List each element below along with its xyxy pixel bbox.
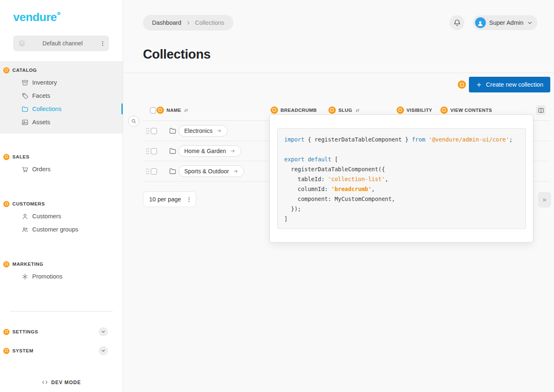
column-label-visibility: VISIBILITY [407, 108, 432, 113]
create-button-label: Create new collection [486, 81, 543, 88]
section-title-catalog: CATALOG [12, 68, 37, 73]
channel-label: Default channel [29, 40, 96, 47]
sort-icon[interactable] [183, 108, 189, 113]
notifications-button[interactable] [449, 15, 464, 30]
collection-link[interactable]: Electronics [178, 125, 228, 137]
main-content: Dashboard Collections Super Admin Collec… [123, 0, 554, 392]
dev-badge-create-button-icon[interactable] [458, 80, 466, 89]
kebab-icon[interactable] [100, 40, 106, 47]
column-label-breadcrumb: BREADCRUMB [281, 108, 317, 113]
dev-badge-column-visibility-icon[interactable] [397, 106, 404, 114]
dev-badge-customers-icon[interactable] [3, 201, 10, 207]
create-new-collection-button[interactable]: Create new collection [469, 77, 550, 92]
kebab-icon [186, 196, 192, 203]
columns-icon [538, 107, 544, 113]
sidebar-item-customer-groups[interactable]: Customer groups [0, 223, 123, 236]
inventory-icon [21, 79, 29, 86]
section-header-marketing: MARKETING [0, 258, 123, 270]
dev-mode-toggle[interactable]: DEV MODE [0, 379, 123, 385]
dev-badge-marketing-icon[interactable] [3, 261, 10, 267]
arrow-right-icon [233, 168, 238, 174]
sidebar-divider [10, 311, 113, 312]
sidebar-item-label: Orders [32, 166, 50, 172]
sidebar-item-promotions[interactable]: Promotions [0, 270, 123, 283]
arrow-right-icon [230, 148, 235, 154]
per-page-select[interactable]: 10 per page [143, 191, 196, 207]
user-name: Super Admin [489, 19, 523, 26]
dev-badge-column-slug-icon[interactable] [328, 106, 336, 114]
section-title-marketing: MARKETING [12, 262, 43, 267]
sidebar-item-collections[interactable]: Collections [0, 102, 123, 116]
sidebar-item-label: Customer groups [32, 226, 78, 233]
pagination-next-button[interactable]: » [538, 192, 551, 208]
collection-link[interactable]: Home & Garden [178, 145, 241, 157]
collection-link[interactable]: Sports & Outdoor [178, 165, 244, 177]
drag-handle[interactable] [145, 128, 150, 135]
nav-section-marketing: MARKETING Promotions [0, 255, 123, 288]
row-checkbox[interactable] [151, 148, 157, 154]
divider [123, 73, 554, 73]
cart-icon [21, 166, 29, 173]
collection-name: Sports & Outdoor [184, 168, 229, 175]
chevron-down-icon[interactable] [99, 346, 108, 355]
nav-section-customers: CUSTOMERS Customers Customer groups [0, 195, 123, 241]
user-menu-button[interactable]: Super Admin [473, 15, 537, 30]
column-label-name: NAME [166, 108, 181, 113]
column-header-name: NAME [157, 106, 189, 114]
dev-badge-catalog-icon[interactable] [3, 67, 10, 73]
image-icon [21, 119, 29, 126]
sidebar-item-label: Inventory [32, 79, 57, 86]
row-checkbox[interactable] [151, 168, 157, 175]
column-header-visibility: VISIBILITY [397, 106, 432, 114]
users-icon [21, 226, 29, 233]
search-button[interactable] [128, 116, 139, 127]
sidebar-item-inventory[interactable]: Inventory [0, 76, 123, 89]
column-header-view-contents: VIEW CONTENTS [440, 106, 492, 114]
collection-name: Electronics [184, 128, 212, 134]
sidebar-item-settings[interactable]: SETTINGS [0, 326, 123, 338]
sidebar-item-facets[interactable]: Facets [0, 89, 123, 102]
channel-selector[interactable]: Default channel [13, 35, 109, 51]
sidebar-item-customers[interactable]: Customers [0, 210, 123, 223]
breadcrumb-current: Collections [195, 19, 224, 26]
chevron-down-icon[interactable] [99, 327, 108, 336]
code-block: import { registerDataTableComponent } fr… [277, 128, 526, 229]
sidebar-item-system[interactable]: SYSTEM [0, 345, 123, 357]
sort-icon[interactable] [355, 108, 360, 113]
sidebar-item-orders[interactable]: Orders [0, 163, 123, 176]
sidebar-item-label: Promotions [32, 273, 62, 280]
dev-badge-system-icon[interactable] [3, 348, 10, 354]
sidebar-item-label: Customers [32, 213, 61, 220]
bell-icon [453, 19, 461, 27]
drag-handle[interactable] [145, 168, 150, 175]
sidebar-nav: CATALOG Inventory Facets Collections Ass… [0, 61, 123, 357]
select-all-checkbox[interactable] [150, 107, 156, 113]
sidebar-item-assets[interactable]: Assets [0, 116, 123, 129]
column-label-slug: SLUG [338, 108, 352, 113]
dev-badge-column-breadcrumb-icon[interactable] [271, 106, 278, 114]
section-header-customers: CUSTOMERS [0, 198, 123, 210]
layers-icon [18, 40, 26, 47]
per-page-label: 10 per page [149, 196, 181, 203]
dev-badge-column-view-contents-icon[interactable] [440, 106, 448, 114]
folder-icon [169, 147, 176, 155]
column-label-view-contents: VIEW CONTENTS [450, 108, 492, 113]
avatar [475, 17, 486, 28]
column-settings-button[interactable] [536, 105, 546, 115]
sidebar-item-label: Assets [32, 119, 50, 125]
nav-section-sales: SALES Orders [0, 148, 123, 181]
folder-icon [21, 106, 29, 113]
tag-icon [21, 92, 29, 99]
breadcrumb-dashboard[interactable]: Dashboard [152, 19, 181, 26]
dev-badge-column-name-icon[interactable] [157, 106, 164, 114]
section-header-catalog: CATALOG [0, 64, 123, 76]
vendure-logo[interactable]: vendure [13, 11, 60, 24]
breadcrumb: Dashboard Collections [143, 15, 233, 31]
dev-badge-sales-icon[interactable] [3, 154, 10, 160]
logo-mark-icon [57, 12, 60, 15]
dev-badge-settings-icon[interactable] [3, 329, 10, 335]
column-header-breadcrumb: BREADCRUMB [271, 106, 317, 114]
drag-handle[interactable] [145, 148, 150, 155]
row-checkbox[interactable] [151, 128, 157, 134]
user-icon [21, 213, 29, 220]
